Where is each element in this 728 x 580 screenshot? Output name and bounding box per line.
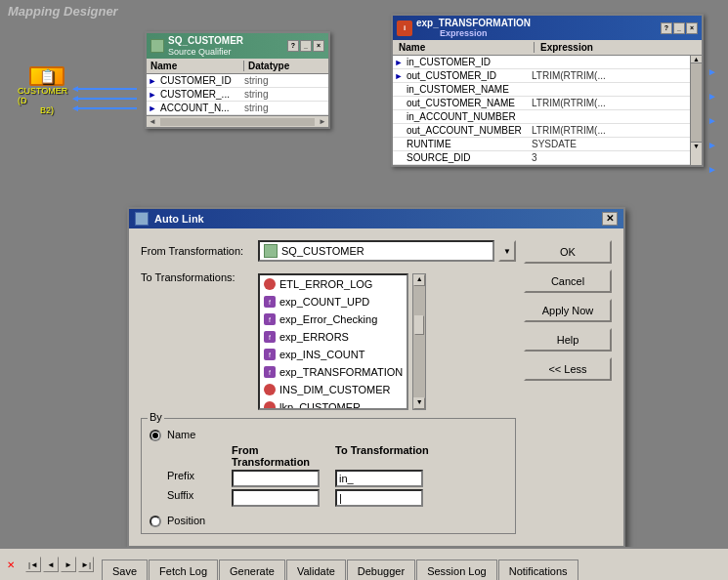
- from-transformation-row: From Transformation: SQ_CUSTOMER ▼: [141, 240, 516, 262]
- fx-icon-4: f: [264, 349, 276, 360]
- exp-scrollbar-v[interactable]: ▲ ▼: [690, 56, 702, 165]
- dialog-title-bar: Auto Link ✕: [129, 209, 623, 228]
- dialog-close-btn[interactable]: ✕: [602, 212, 618, 226]
- list-item-6[interactable]: INS_DIM_CUSTOMER: [260, 381, 407, 398]
- help-button[interactable]: Help: [524, 328, 612, 352]
- exp-right-arrows: ► ► ► ► ►: [707, 66, 717, 175]
- exp-win-buttons: ? _ ×: [661, 22, 698, 34]
- dialog-body: From Transformation: SQ_CUSTOMER ▼ To Tr…: [129, 228, 623, 546]
- sq-customer-window: SQ_CUSTOMERSource Qualifier ? _ × Name D…: [145, 31, 330, 129]
- dialog-left-panel: From Transformation: SQ_CUSTOMER ▼ To Tr…: [141, 240, 516, 534]
- to-listbox[interactable]: ETL_ERROR_LOG f exp_COUNT_UPD f exp_Erro…: [258, 273, 408, 410]
- name-radio-btn[interactable]: [150, 430, 161, 441]
- dialog-icon: [135, 212, 149, 226]
- nav-first-btn[interactable]: |◄: [25, 557, 41, 572]
- from-combo[interactable]: SQ_CUSTOMER: [258, 240, 494, 262]
- tab-fetch-log[interactable]: Fetch Log: [149, 559, 218, 580]
- less-button[interactable]: << Less: [524, 357, 612, 381]
- exp-title-icon: i: [397, 21, 412, 36]
- nav-prev-btn[interactable]: ◄: [43, 557, 59, 572]
- nav-next-btn[interactable]: ►: [61, 557, 76, 572]
- grid-header-from: From Transformation: [232, 444, 329, 468]
- list-label-1: exp_COUNT_UPD: [279, 296, 369, 308]
- exp-row-3: out_CUSTOMER_NAME LTRIM(RTRIM(...: [393, 97, 702, 110]
- position-radio-label: Position: [167, 515, 205, 526]
- sq-rows: ► CUSTOMER_ID string ► CUSTOMER_... stri…: [147, 74, 328, 115]
- position-radio-btn[interactable]: [150, 516, 161, 527]
- exp-row-0: ► in_CUSTOMER_ID: [393, 56, 702, 69]
- fx-icon-2: f: [264, 313, 276, 325]
- listbox-scrollbar[interactable]: ▲ ▼: [412, 273, 426, 410]
- list-item-2[interactable]: f exp_Error_Checking: [260, 311, 407, 328]
- tab-notifications[interactable]: Notifications: [498, 559, 578, 580]
- customer-source-icon: 📋 CUSTOMER (D B2): [18, 66, 76, 115]
- exp-row-4: in_ACCOUNT_NUMBER: [393, 110, 702, 124]
- scroll-track: [413, 286, 425, 397]
- prefix-to-input[interactable]: [335, 470, 423, 487]
- suffix-label: Suffix: [167, 489, 226, 507]
- exp-col-header: Name Expression: [393, 40, 702, 56]
- sq-title-icon: [150, 39, 164, 53]
- customer-label1: CUSTOMER (D: [18, 86, 76, 105]
- sq-help-btn[interactable]: ?: [287, 40, 299, 52]
- list-label-4: exp_INS_COUNT: [279, 349, 364, 360]
- tab-debugger[interactable]: Debugger: [347, 559, 415, 580]
- sq-close-btn[interactable]: ×: [313, 40, 324, 52]
- combo-icon: [264, 244, 278, 258]
- etl-icon-0: [264, 278, 276, 290]
- dialog-buttons: OK Cancel Apply Now Help << Less: [524, 240, 612, 534]
- exp-col-name-header: Name: [393, 42, 535, 53]
- prefix-from-input[interactable]: [232, 470, 320, 487]
- scroll-thumb: [414, 315, 424, 335]
- exp-subtitle: Expression: [440, 28, 661, 38]
- exp-close-btn[interactable]: ×: [686, 22, 698, 34]
- scroll-down-btn[interactable]: ▼: [413, 397, 425, 409]
- name-radio-content: Name From Transformation To Transformati…: [167, 429, 507, 507]
- auto-link-dialog: Auto Link ✕ From Transformation: SQ_CUST…: [127, 207, 625, 548]
- list-item-5[interactable]: f exp_TRANSFORMATION: [260, 363, 407, 381]
- fx-icon-3: f: [264, 331, 276, 343]
- apply-now-button[interactable]: Apply Now: [524, 299, 612, 322]
- scroll-up-btn[interactable]: ▲: [413, 274, 425, 286]
- customer-icon-shape: 📋: [29, 66, 64, 86]
- tab-generate[interactable]: Generate: [219, 559, 285, 580]
- from-label: From Transformation:: [141, 245, 258, 257]
- sq-col-header: Name Datatype: [147, 59, 328, 74]
- ok-button[interactable]: OK: [524, 240, 612, 264]
- tab-save[interactable]: Save: [102, 559, 148, 580]
- error-icon: ✕: [4, 558, 18, 571]
- sq-scrollbar-h[interactable]: [147, 115, 328, 127]
- to-label: To Transformations:: [141, 271, 258, 283]
- tab-validate[interactable]: Validate: [286, 559, 346, 580]
- list-label-0: ETL_ERROR_LOG: [279, 278, 372, 290]
- suffix-from-input[interactable]: [232, 489, 320, 507]
- app-title: Mapping Designer: [8, 4, 118, 19]
- connector-arrow-2: [78, 98, 137, 100]
- list-item-1[interactable]: f exp_COUNT_UPD: [260, 293, 407, 311]
- by-group: By Name From Transformation To Transform…: [141, 418, 516, 534]
- suffix-to-input[interactable]: [335, 489, 423, 507]
- sq-scroll-track: [160, 118, 315, 126]
- exp-min-btn[interactable]: _: [673, 22, 685, 34]
- exp-row-1: ► out_CUSTOMER_ID LTRIM(RTRIM(...: [393, 69, 702, 83]
- nav-last-btn[interactable]: ►|: [78, 557, 94, 572]
- exp-help-btn[interactable]: ?: [661, 22, 672, 34]
- list-item-4[interactable]: f exp_INS_COUNT: [260, 346, 407, 363]
- list-item-0[interactable]: ETL_ERROR_LOG: [260, 275, 407, 293]
- exp-title-text: exp_TRANSFORMATION: [416, 18, 661, 28]
- tab-session-log[interactable]: Session Log: [416, 559, 497, 580]
- list-item-3[interactable]: f exp_ERRORS: [260, 328, 407, 346]
- list-label-6: INS_DIM_CUSTOMER: [279, 384, 390, 395]
- from-combo-arrow[interactable]: ▼: [498, 240, 516, 262]
- etl-icon-6: [264, 384, 276, 395]
- name-radio-row: Name From Transformation To Transformati…: [150, 429, 507, 507]
- exp-row-6: RUNTIME SYSDATE: [393, 138, 702, 151]
- cancel-button[interactable]: Cancel: [524, 269, 612, 293]
- connector-arrow-3: [78, 107, 137, 109]
- sq-min-btn[interactable]: _: [300, 40, 312, 52]
- list-label-7: lkp_CUSTOMER: [279, 401, 361, 410]
- list-item-7[interactable]: lkp_CUSTOMER: [260, 398, 407, 410]
- list-label-3: exp_ERRORS: [279, 331, 349, 343]
- list-label-5: exp_TRANSFORMATION: [279, 366, 403, 378]
- to-listbox-container: ETL_ERROR_LOG f exp_COUNT_UPD f exp_Erro…: [258, 273, 426, 410]
